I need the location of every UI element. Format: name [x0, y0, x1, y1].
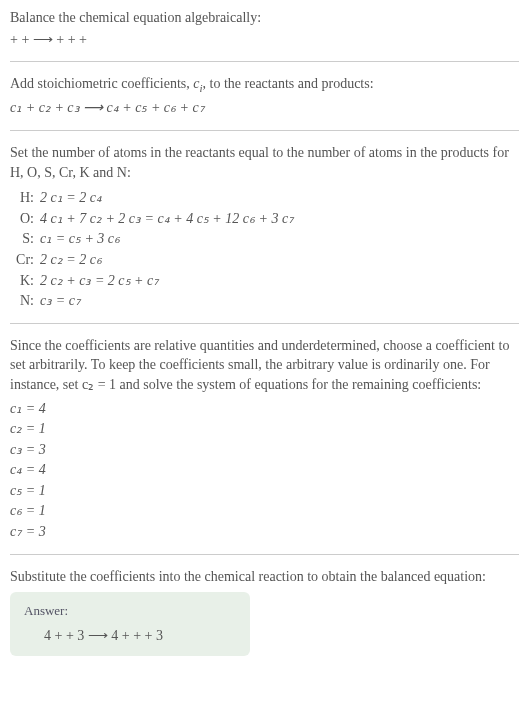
equation-with-coeffs: c₁ + c₂ + c₃ ⟶ c₄ + c₅ + c₆ + c₇ [10, 98, 519, 118]
atom-equation: 2 c₂ = 2 c₆ [40, 250, 102, 270]
coeff-row: c₁ = 4 [10, 399, 519, 419]
atom-equations-table: H: 2 c₁ = 2 c₄ O: 4 c₁ + 7 c₂ + 2 c₃ = c… [14, 188, 519, 311]
answer-label: Answer: [24, 602, 236, 620]
coeff-row: c₅ = 1 [10, 481, 519, 501]
instruction-solve: Since the coefficients are relative quan… [10, 336, 519, 395]
atom-label: S: [14, 229, 40, 249]
divider-1 [10, 61, 519, 62]
divider-4 [10, 554, 519, 555]
divider-3 [10, 323, 519, 324]
atom-row: S: c₁ = c₅ + 3 c₆ [14, 229, 519, 249]
stoich-text-post: , to the reactants and products: [203, 76, 374, 91]
instruction-stoich: Add stoichiometric coefficients, ci, to … [10, 74, 519, 96]
atom-row: H: 2 c₁ = 2 c₄ [14, 188, 519, 208]
stoich-text-pre: Add stoichiometric coefficients, [10, 76, 193, 91]
coeff-row: c₄ = 4 [10, 460, 519, 480]
atom-equation: c₃ = c₇ [40, 291, 81, 311]
atom-row: O: 4 c₁ + 7 c₂ + 2 c₃ = c₄ + 4 c₅ + 12 c… [14, 209, 519, 229]
coeff-row: c₃ = 3 [10, 440, 519, 460]
section-stoich: Add stoichiometric coefficients, ci, to … [10, 74, 519, 118]
atom-label: Cr: [14, 250, 40, 270]
answer-box: Answer: 4 + + 3 ⟶ 4 + + + 3 [10, 592, 250, 656]
coeff-row: c₇ = 3 [10, 522, 519, 542]
equation-skeleton: + + ⟶ + + + [10, 30, 519, 50]
atom-row: Cr: 2 c₂ = 2 c₆ [14, 250, 519, 270]
atom-label: K: [14, 271, 40, 291]
answer-equation: 4 + + 3 ⟶ 4 + + + 3 [24, 626, 236, 646]
coefficient-list: c₁ = 4 c₂ = 1 c₃ = 3 c₄ = 4 c₅ = 1 c₆ = … [10, 399, 519, 542]
atom-equation: 2 c₁ = 2 c₄ [40, 188, 102, 208]
atom-equation: c₁ = c₅ + 3 c₆ [40, 229, 120, 249]
atom-row: K: 2 c₂ + c₃ = 2 c₅ + c₇ [14, 271, 519, 291]
section-substitute: Substitute the coefficients into the che… [10, 567, 519, 656]
atom-label: O: [14, 209, 40, 229]
atom-label: H: [14, 188, 40, 208]
atom-equation: 2 c₂ + c₃ = 2 c₅ + c₇ [40, 271, 159, 291]
section-solve: Since the coefficients are relative quan… [10, 336, 519, 542]
instruction-balance: Balance the chemical equation algebraica… [10, 8, 519, 28]
instruction-substitute: Substitute the coefficients into the che… [10, 567, 519, 587]
coeff-row: c₆ = 1 [10, 501, 519, 521]
instruction-atoms: Set the number of atoms in the reactants… [10, 143, 519, 182]
atom-row: N: c₃ = c₇ [14, 291, 519, 311]
coeff-row: c₂ = 1 [10, 419, 519, 439]
atom-label: N: [14, 291, 40, 311]
atom-equation: 4 c₁ + 7 c₂ + 2 c₃ = c₄ + 4 c₅ + 12 c₆ +… [40, 209, 294, 229]
divider-2 [10, 130, 519, 131]
section-atom-balance: Set the number of atoms in the reactants… [10, 143, 519, 311]
section-balance-intro: Balance the chemical equation algebraica… [10, 8, 519, 49]
